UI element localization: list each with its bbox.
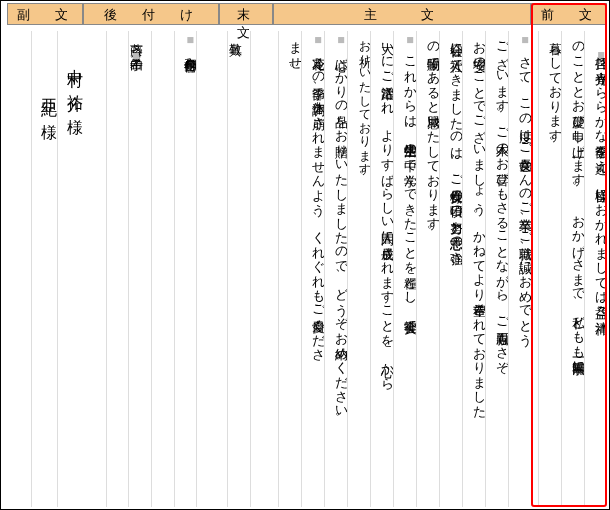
section-shubun: 主 文 ■さて、この度はご長女〇〇さんのご卒業、ご就職、誠におめでとう ございま…: [273, 3, 531, 507]
fukubun-blank: [8, 31, 31, 507]
atozuke-blank3: [106, 31, 129, 507]
atozuke-blank1: [196, 31, 219, 507]
section-zenbun: 前 文 拝啓■春光うららかな季節を迎え、皆様におかれましては益々ご清祥 のことと…: [531, 3, 607, 507]
shubun-line-5: ■これからは、学生生活の中で学んできたことを糧とし、実社会で: [393, 31, 416, 507]
content-zenbun: 拝啓■春光うららかな季節を迎え、皆様におかれましては益々ご清祥 のこととお慶び申…: [531, 25, 607, 507]
header-fukubun: 副 文: [7, 3, 83, 25]
matsubun-closing: 敬具: [227, 31, 250, 507]
content-shubun: ■さて、この度はご長女〇〇さんのご卒業、ご就職、誠におめでとう ございます。ご本…: [273, 25, 531, 507]
matsubun-blank: [250, 31, 273, 507]
shubun-line-3: 〇〇会社に入社できましたのは、ご長女様の日頃の努力と意志の強さ: [439, 31, 462, 507]
zenbun-line-0: 拝啓■春光うららかな季節を迎え、皆様におかれましては益々ご清祥: [584, 31, 607, 507]
fukubun-recipient2: 亜紀 様: [31, 31, 57, 507]
header-zenbun: 前 文: [531, 3, 607, 25]
shubun-line-9: ■花冷えの季節、体調を崩されませんよう、くれぐれもご自愛くださ: [301, 31, 324, 507]
content-matsubun: 敬具: [219, 25, 273, 507]
section-matsubun: 末 文 敬具: [219, 3, 273, 507]
content-atozuke: ■令和〇年〇月〇日 斉藤 由希子■: [83, 25, 219, 507]
header-matsubun: 末 文: [219, 3, 273, 25]
header-shubun: 主 文: [273, 3, 531, 25]
atozuke-blank2: [151, 31, 174, 507]
content-fukubun: 中村 祐介 様 亜紀 様: [7, 25, 83, 507]
section-fukubun: 副 文 中村 祐介 様 亜紀 様: [7, 3, 83, 507]
zenbun-line-1: のこととお慶び申し上げます。 おかげさまで、私どもも一同無事に: [561, 31, 584, 507]
fukubun-recipient1: 中村 祐介 様: [57, 31, 83, 507]
shubun-line-0: ■さて、この度はご長女〇〇さんのご卒業、ご就職、誠におめでとう: [508, 31, 531, 507]
zenbun-line-2: 暮らしております。: [538, 31, 561, 507]
shubun-line-8: ■心ばかりの品をお贈りいたしましたので、どうぞお納めください。: [324, 31, 347, 507]
shubun-line-7: お祈りいたしております。: [347, 31, 370, 507]
atozuke-blank4: [83, 31, 106, 507]
section-atozuke: 後 付 け ■令和〇年〇月〇日 斉藤 由希子■: [83, 3, 219, 507]
shubun-line-4: の賜物であると感服いたしております。: [416, 31, 439, 507]
shubun-line-2: お安堵のことでございましょう。かねてより希望されておりました: [462, 31, 485, 507]
atozuke-sender: 斉藤 由希子■: [128, 31, 151, 507]
header-atozuke: 後 付 け: [83, 3, 219, 25]
shubun-line-10: ませ。: [278, 31, 301, 507]
shubun-line-6: 大いにご活躍され、よりすばらしい人間に成長されますことを、心から: [370, 31, 393, 507]
atozuke-date: ■令和〇年〇月〇日: [174, 31, 197, 507]
shubun-line-1: ございます。ご本人のお喜びもさることながら、ご両親もさぞ: [485, 31, 508, 507]
